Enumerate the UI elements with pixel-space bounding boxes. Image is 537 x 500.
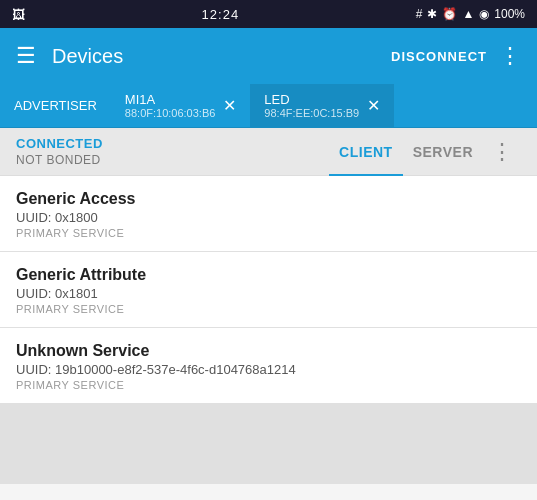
unknown-service-type: PRIMARY SERVICE bbox=[16, 379, 521, 391]
status-bar: 🖼 12:24 # ✱ ⏰ ▲ ◉ 100% bbox=[0, 0, 537, 28]
signal-icon: ◉ bbox=[479, 7, 489, 21]
generic-attribute-name: Generic Attribute bbox=[16, 266, 521, 284]
hash-icon: # bbox=[416, 7, 423, 21]
wifi-icon: ▲ bbox=[462, 7, 474, 21]
client-server-tabs: CLIENT SERVER ⋮ bbox=[329, 128, 521, 176]
mi1a-info: MI1A 88:0F:10:06:03:B6 bbox=[125, 92, 216, 119]
service-list: Generic Access UUID: 0x1800 PRIMARY SERV… bbox=[0, 176, 537, 404]
alarm-icon: ⏰ bbox=[442, 7, 457, 21]
service-item-generic-access[interactable]: Generic Access UUID: 0x1800 PRIMARY SERV… bbox=[0, 176, 537, 252]
bluetooth-icon: ✱ bbox=[427, 7, 437, 21]
status-left: 🖼 bbox=[12, 7, 25, 22]
bottom-area bbox=[0, 404, 537, 484]
advertiser-label: ADVERTISER bbox=[14, 98, 97, 113]
mi1a-name: MI1A bbox=[125, 92, 216, 107]
app-bar: ☰ Devices DISCONNECT ⋮ bbox=[0, 28, 537, 84]
generic-attribute-uuid: UUID: 0x1801 bbox=[16, 286, 521, 301]
disconnect-button[interactable]: DISCONNECT bbox=[391, 49, 487, 64]
tab-client[interactable]: CLIENT bbox=[329, 128, 403, 176]
generic-access-type: PRIMARY SERVICE bbox=[16, 227, 521, 239]
service-item-unknown[interactable]: Unknown Service UUID: 19b10000-e8f2-537e… bbox=[0, 328, 537, 404]
connected-label: CONNECTED bbox=[16, 136, 329, 151]
led-mac: 98:4F:EE:0C:15:B9 bbox=[264, 107, 359, 119]
service-item-generic-attribute[interactable]: Generic Attribute UUID: 0x1801 PRIMARY S… bbox=[0, 252, 537, 328]
generic-access-uuid: UUID: 0x1800 bbox=[16, 210, 521, 225]
generic-access-name: Generic Access bbox=[16, 190, 521, 208]
tab-device-led[interactable]: LED 98:4F:EE:0C:15:B9 ✕ bbox=[250, 84, 394, 127]
tab-device-advertiser[interactable]: ADVERTISER bbox=[0, 84, 111, 127]
led-name: LED bbox=[264, 92, 359, 107]
device-tabs-row: ADVERTISER MI1A 88:0F:10:06:03:B6 ✕ LED … bbox=[0, 84, 537, 128]
advertiser-info: ADVERTISER bbox=[14, 98, 97, 113]
generic-attribute-type: PRIMARY SERVICE bbox=[16, 303, 521, 315]
menu-icon[interactable]: ☰ bbox=[16, 43, 36, 69]
mi1a-close-icon[interactable]: ✕ bbox=[223, 96, 236, 115]
bonded-label: NOT BONDED bbox=[16, 153, 329, 167]
unknown-service-name: Unknown Service bbox=[16, 342, 521, 360]
led-close-icon[interactable]: ✕ bbox=[367, 96, 380, 115]
status-right: # ✱ ⏰ ▲ ◉ 100% bbox=[416, 7, 525, 21]
photo-icon: 🖼 bbox=[12, 7, 25, 22]
more-options-icon[interactable]: ⋮ bbox=[499, 43, 521, 69]
battery-label: 100% bbox=[494, 7, 525, 21]
unknown-service-uuid: UUID: 19b10000-e8f2-537e-4f6c-d104768a12… bbox=[16, 362, 521, 377]
status-time: 12:24 bbox=[202, 7, 240, 22]
app-title: Devices bbox=[52, 45, 391, 68]
tab-device-mi1a[interactable]: MI1A 88:0F:10:06:03:B6 ✕ bbox=[111, 84, 251, 127]
mi1a-mac: 88:0F:10:06:03:B6 bbox=[125, 107, 216, 119]
connection-status: CONNECTED NOT BONDED bbox=[16, 136, 329, 167]
led-info: LED 98:4F:EE:0C:15:B9 bbox=[264, 92, 359, 119]
tab-server[interactable]: SERVER bbox=[403, 128, 483, 176]
tab-more-icon[interactable]: ⋮ bbox=[483, 139, 521, 165]
connection-bar: CONNECTED NOT BONDED CLIENT SERVER ⋮ bbox=[0, 128, 537, 176]
